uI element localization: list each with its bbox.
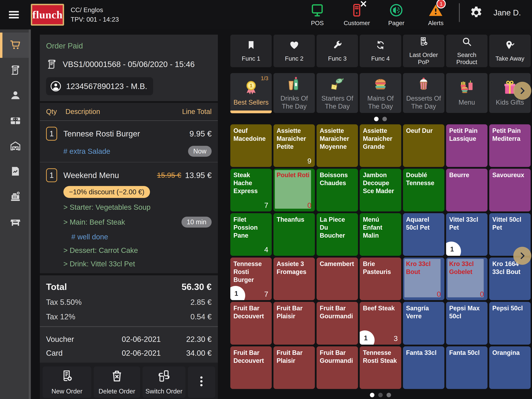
category-tab-menu[interactable]: Menu — [446, 73, 488, 113]
product-tile-tennesse-rosti-steak[interactable]: Tennesse Rosti Steak — [360, 346, 401, 389]
product-tile-petit-pain-mediterra[interactable]: Petit Pain Mediterra — [489, 124, 531, 167]
nav-pager[interactable]: Pager — [376, 3, 416, 26]
func-button-take-away[interactable]: Take Away — [489, 35, 531, 67]
receipt-icon — [10, 64, 21, 77]
sidebar-item-warehouse[interactable] — [0, 134, 31, 159]
product-tile-pepsi-50cl[interactable]: Pepsi 50cl — [489, 302, 531, 344]
item-line-text: > Dessert: Carrot Cake — [63, 246, 138, 254]
product-tile-assiette-maraicher-petite[interactable]: Assiette Maraicher Petite9 — [273, 124, 315, 167]
product-tile-oeuf-dur[interactable]: Oeuf Dur — [403, 124, 444, 167]
delete-order-button[interactable]: Delete Order — [94, 367, 140, 398]
heart-icon — [289, 40, 299, 52]
product-label: Petit Pain Lassique — [449, 127, 484, 143]
category-tab-best-sellers[interactable]: 1/31Best Sellers — [230, 73, 272, 113]
product-tile-oeuf-macedoine[interactable]: Oeuf Macedoine — [230, 124, 272, 167]
product-tile-steak-hache-express[interactable]: Steak Hache Express7 — [230, 169, 272, 211]
order-item[interactable]: 1Weekend Menu15.95 €13.95 €−10% discount… — [40, 162, 218, 273]
product-tile-fruit-bar-gourmandi[interactable]: Fruit Bar Gourmandi — [317, 302, 358, 344]
product-tile-jambon-decoupe-sce-mader[interactable]: Jambon Decoupe Sce Mader — [360, 169, 401, 211]
sidebar-item-cash-register[interactable] — [0, 184, 31, 209]
order-item[interactable]: 1Tennese Rosti Burger9.95 €# extra Salad… — [40, 121, 218, 162]
func-button-func-1[interactable]: Func 1 — [230, 35, 272, 67]
categories-next-button[interactable] — [513, 82, 531, 100]
product-tile-kro-33cl-gobelet[interactable]: Kro 33cl Gobelet0 — [446, 258, 488, 300]
product-tile-fruit-bar-gourmandi[interactable]: Fruit Bar Gourmandi — [317, 346, 358, 389]
menu-icon[interactable] — [7, 8, 20, 21]
product-tile-savoureux[interactable]: Savoureux — [489, 169, 531, 211]
product-tile-beef-steak[interactable]: Beef Steak31 — [360, 302, 401, 344]
page-dot[interactable] — [374, 117, 379, 121]
order-items-list: 1Tennese Rosti Burger9.95 €# extra Salad… — [40, 121, 218, 273]
page-dot[interactable] — [382, 117, 387, 121]
sidebar-item-store[interactable] — [0, 209, 31, 235]
product-label: Beurre — [449, 171, 484, 179]
product-tile-kro-33cl-bout[interactable]: Kro 33cl Bout0 — [403, 258, 444, 300]
product-tile-theanfus[interactable]: Theanfus — [273, 213, 315, 256]
product-tile-brie-pasteuris[interactable]: Brie Pasteuris — [360, 258, 401, 300]
product-tile-boissons-chaudes[interactable]: Boissons Chaudes — [317, 169, 358, 211]
product-tile-poulet-roti[interactable]: Poulet Roti0 — [273, 169, 315, 211]
sidebar-item-reports[interactable] — [0, 159, 31, 184]
item-name: Tennese Rosti Burger — [63, 129, 140, 138]
close-x-icon: ✕ — [360, 0, 367, 8]
customer-pill[interactable]: 1234567890123 - M.B. — [46, 77, 153, 95]
func-button-func-4[interactable]: Func 4 — [360, 35, 401, 67]
nav-alerts[interactable]: 1Alerts — [416, 3, 456, 26]
product-tile-doubl-tennesse[interactable]: Doublé Tennesse — [403, 169, 444, 211]
product-tile-fanta-50cl[interactable]: Fanta 50cl — [446, 346, 488, 389]
pinCheck-icon — [505, 40, 515, 52]
page-dot[interactable] — [370, 393, 374, 397]
product-tile-fruit-bar-plaisir[interactable]: Fruit Bar Plaisir — [273, 302, 315, 344]
product-tile-vittel-33cl-pet[interactable]: Vittel 33cl Pet1 — [446, 213, 488, 256]
product-tile-petit-pain-lassique[interactable]: Petit Pain Lassique — [446, 124, 488, 167]
category-tab-mains-of-the-day[interactable]: Mains Of The Day — [360, 73, 401, 113]
svg-text:1: 1 — [250, 83, 252, 89]
func-button-search-product[interactable]: Search Product — [446, 35, 488, 67]
sidebar-item-receipts[interactable] — [0, 58, 31, 83]
product-tile-assiete-3-fromages[interactable]: Assiete 3 Fromages — [273, 258, 315, 300]
product-tile-pepsi-max-50cl[interactable]: Pepsi Max 50cl — [446, 302, 488, 344]
stock-count: 4 — [264, 245, 268, 254]
product-tile-beurre[interactable]: Beurre — [446, 169, 488, 211]
more-actions-button[interactable] — [188, 367, 215, 398]
catalog: Func 1Func 2Func 3Func 4Last Order PoPSe… — [218, 29, 532, 399]
product-tile-tennesse-rosti-burger[interactable]: Tennesse Rosti Burger71 — [230, 258, 272, 300]
product-tile-assiette-maraicher-grande[interactable]: Assiette Maraicher Grande — [360, 124, 401, 167]
starters-icon — [329, 76, 346, 92]
func-button-func-3[interactable]: Func 3 — [317, 35, 358, 67]
category-tab-starters-of-the-day[interactable]: Starters Of The Day — [317, 73, 358, 113]
product-tile-fruit-bar-decouvert[interactable]: Fruit Bar Decouvert — [230, 346, 272, 389]
func-button-last-order-pop[interactable]: Last Order PoP — [403, 35, 444, 67]
products-next-button[interactable] — [513, 247, 531, 265]
category-row: 1/31Best SellersDrinks Of The DayStarter… — [230, 73, 531, 113]
product-tile-fanta-33cl[interactable]: Fanta 33cl — [403, 346, 444, 389]
product-tile-men-enfant-malin[interactable]: Menú Enfant Malin — [360, 213, 401, 256]
bookmark-icon — [246, 40, 256, 52]
new-order-button[interactable]: New Order — [43, 367, 91, 398]
product-tile-aquarel-50cl-pet[interactable]: Aquarel 50cl Pet — [403, 213, 444, 256]
settings-gear-icon[interactable] — [469, 5, 484, 20]
product-tile-la-piece-du-boucher[interactable]: La Piece Du Boucher — [317, 213, 358, 256]
sidebar-item-sales[interactable] — [0, 32, 31, 58]
product-tile-filet-possion-pane[interactable]: Filet Possion Pane4 — [230, 213, 272, 256]
product-tile-orangina[interactable]: Orangina — [489, 346, 531, 389]
sidebar-item-customers[interactable] — [0, 83, 31, 108]
nav-pos[interactable]: POS — [298, 3, 337, 26]
product-tile-assiette-maraicher-moyenne[interactable]: Assiette Maraicher Moyenne — [317, 124, 358, 167]
user-name[interactable]: Jane D. — [493, 8, 521, 17]
page-dot[interactable] — [386, 393, 391, 397]
page-dot[interactable] — [378, 393, 383, 397]
func-button-func-2[interactable]: Func 2 — [273, 35, 315, 67]
product-tile-sangr-a-verre[interactable]: Sangría Verre — [403, 302, 444, 344]
category-tab-drinks-of-the-day[interactable]: Drinks Of The Day — [273, 73, 315, 113]
product-tile-fruit-bar-plaisir[interactable]: Fruit Bar Plaisir — [273, 346, 315, 389]
nav-customer[interactable]: ✕Customer — [337, 3, 376, 26]
switch-order-button[interactable]: Switch Order — [143, 367, 185, 398]
item-line-text: > Main: Beef Steak — [63, 218, 125, 226]
product-tile-fruit-bar-decouvert[interactable]: Fruit Bar Decouvert — [230, 302, 272, 344]
more-actions-icon — [195, 375, 208, 390]
person-icon — [10, 89, 21, 102]
product-tile-camembert[interactable]: Camembert — [317, 258, 358, 300]
sidebar-item-gift-cards[interactable] — [0, 108, 31, 134]
category-tab-desserts-of-the-day[interactable]: Desserts Of The Day — [403, 73, 444, 113]
